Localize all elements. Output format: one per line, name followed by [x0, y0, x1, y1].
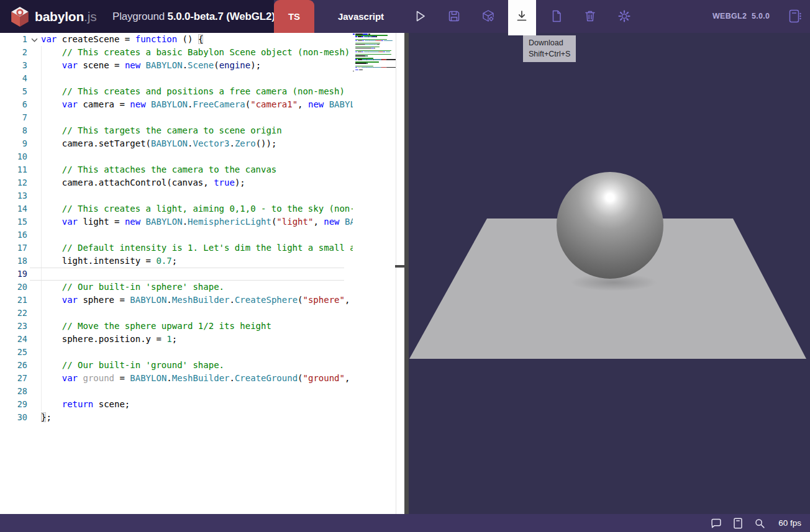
- line-number: 4: [0, 72, 27, 85]
- code-editor[interactable]: 1var createScene = function () {2 // Thi…: [0, 33, 396, 514]
- code-line[interactable]: 10: [0, 150, 396, 163]
- code-line[interactable]: 15 var light = new BABYLON.HemisphericLi…: [0, 215, 396, 228]
- code-line[interactable]: 9 camera.setTarget(BABYLON.Vector3.Zero(…: [0, 137, 396, 150]
- code-line[interactable]: 13: [0, 189, 396, 202]
- save-button[interactable]: [447, 9, 462, 24]
- code-line[interactable]: 8 // This targets the camera to scene or…: [0, 124, 396, 137]
- code-line[interactable]: 4: [0, 72, 396, 85]
- fold-margin: [27, 46, 41, 59]
- fold-margin: [27, 320, 41, 333]
- code-line[interactable]: 16: [0, 228, 396, 241]
- code-text: [41, 72, 353, 85]
- fold-margin: [27, 346, 41, 359]
- line-number: 12: [0, 176, 27, 189]
- code-text: camera.setTarget(BABYLON.Vector3.Zero())…: [41, 137, 353, 150]
- code-text: // Our built-in 'sphere' shape.: [41, 281, 353, 294]
- fold-margin: [27, 59, 41, 72]
- code-line[interactable]: 7: [0, 111, 396, 124]
- code-line[interactable]: 25: [0, 346, 396, 359]
- new-document-icon: [549, 9, 564, 24]
- fold-margin: [27, 215, 41, 228]
- line-number: 21: [0, 294, 27, 307]
- fold-margin: [27, 189, 41, 202]
- code-line[interactable]: 1var createScene = function () {: [0, 33, 396, 46]
- code-line[interactable]: 24 sphere.position.y = 1;: [0, 333, 396, 346]
- code-text: [41, 268, 353, 281]
- line-number: 23: [0, 320, 27, 333]
- language-selector[interactable]: Javascript: [314, 0, 407, 33]
- line-number: 9: [0, 137, 27, 150]
- splitter-handle[interactable]: [395, 265, 406, 268]
- code-line[interactable]: 12 camera.attachControl(canvas, true);: [0, 176, 396, 189]
- code-text: var scene = new BABYLON.Scene(engine);: [41, 59, 353, 72]
- page-title: Playground 5.0.0-beta.7 (WebGL2): [112, 0, 275, 33]
- tooltip-shortcut: Shift+Ctrl+S: [529, 49, 570, 60]
- code-line[interactable]: 23 // Move the sphere upward 1/2 its hei…: [0, 320, 396, 333]
- line-number: 19: [0, 268, 27, 281]
- code-line[interactable]: 27 var ground = BABYLON.MeshBuilder.Crea…: [0, 372, 396, 385]
- code-text: // Our built-in 'ground' shape.: [41, 359, 353, 372]
- code-line[interactable]: 28: [0, 385, 396, 398]
- code-text: var sphere = BABYLON.MeshBuilder.CreateS…: [41, 294, 353, 307]
- comment-bubble-icon: [709, 516, 723, 530]
- fold-margin: [27, 241, 41, 255]
- status-bar: 60 fps: [0, 514, 810, 532]
- fold-chevron-icon[interactable]: [27, 33, 41, 46]
- code-line[interactable]: 19: [0, 268, 396, 281]
- line-number: 17: [0, 241, 27, 255]
- fold-margin: [27, 307, 41, 320]
- line-number: 13: [0, 189, 27, 202]
- code-text: };: [41, 411, 353, 424]
- render-canvas[interactable]: [409, 33, 810, 514]
- search-button[interactable]: [753, 516, 767, 530]
- line-number: 6: [0, 98, 27, 111]
- code-line[interactable]: 22: [0, 307, 396, 320]
- code-text: // This creates a basic Babylon Scene ob…: [41, 46, 353, 59]
- fold-margin: [27, 281, 41, 294]
- code-text: // This targets the camera to scene orig…: [41, 124, 353, 137]
- line-number: 24: [0, 333, 27, 346]
- new-button[interactable]: [549, 9, 564, 24]
- clear-button[interactable]: [583, 9, 598, 24]
- box-gear-icon: [481, 9, 496, 24]
- run-button[interactable]: [412, 9, 427, 24]
- fps-counter: 60 fps: [778, 518, 801, 528]
- code-line[interactable]: 11 // This attaches the camera to the ca…: [0, 163, 396, 176]
- code-text: var createScene = function () {: [41, 33, 353, 46]
- settings-button[interactable]: [617, 9, 632, 24]
- comments-button[interactable]: [709, 516, 723, 530]
- code-line[interactable]: 3 var scene = new BABYLON.Scene(engine);: [0, 59, 396, 72]
- code-line[interactable]: 29 return scene;: [0, 398, 396, 411]
- code-line[interactable]: 18 light.intensity = 0.7;: [0, 255, 396, 268]
- code-line[interactable]: 17 // Default intensity is 1. Let's dim …: [0, 241, 396, 255]
- inspector-button[interactable]: [481, 9, 496, 24]
- fold-margin: [27, 333, 41, 346]
- examples-notebook-icon: [787, 8, 803, 24]
- typescript-tab[interactable]: TS: [274, 0, 314, 33]
- download-button[interactable]: [508, 0, 536, 35]
- splitter-gutter: [396, 33, 404, 514]
- book-icon: [731, 516, 745, 530]
- search-icon: [753, 516, 767, 530]
- code-line[interactable]: 6 var camera = new BABYLON.FreeCamera("c…: [0, 98, 396, 111]
- minimap-line: [353, 40, 396, 41]
- code-text: var ground = BABYLON.MeshBuilder.CreateG…: [41, 372, 353, 385]
- code-line[interactable]: 20 // Our built-in 'sphere' shape.: [0, 281, 396, 294]
- fold-margin: [27, 372, 41, 385]
- code-line[interactable]: 26 // Our built-in 'ground' shape.: [0, 359, 396, 372]
- code-text: var light = new BABYLON.HemisphericLight…: [41, 215, 353, 228]
- examples-button[interactable]: [787, 8, 802, 23]
- pane-splitter[interactable]: [404, 33, 409, 514]
- fold-margin: [27, 411, 41, 424]
- code-line[interactable]: 5 // This creates and positions a free c…: [0, 85, 396, 98]
- babylon-logo[interactable]: babylon.js: [10, 6, 97, 27]
- line-number: 15: [0, 215, 27, 228]
- minimap[interactable]: [353, 34, 396, 71]
- docs-button[interactable]: [731, 516, 745, 530]
- line-number: 28: [0, 385, 27, 398]
- code-line[interactable]: 30};: [0, 411, 396, 424]
- code-line[interactable]: 21 var sphere = BABYLON.MeshBuilder.Crea…: [0, 294, 396, 307]
- fold-margin: [27, 202, 41, 215]
- code-line[interactable]: 2 // This creates a basic Babylon Scene …: [0, 46, 396, 59]
- code-line[interactable]: 14 // This creates a light, aiming 0,1,0…: [0, 202, 396, 215]
